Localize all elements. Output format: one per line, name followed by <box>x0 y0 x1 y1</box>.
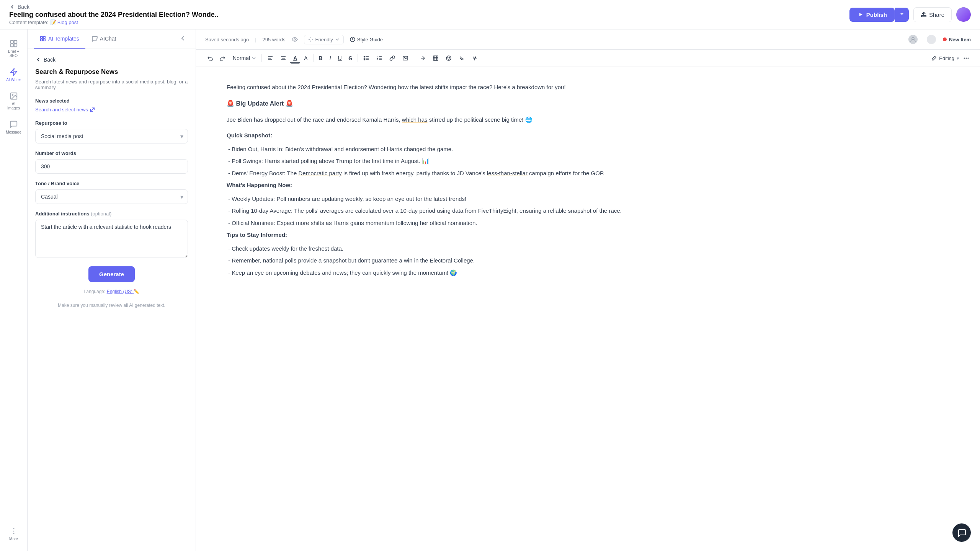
sidebar-item-ai-images[interactable]: AI Images <box>2 88 25 114</box>
panel-footer: Language: English (US) ✏️ Make sure you … <box>35 288 188 312</box>
user-avatar[interactable] <box>956 7 971 22</box>
word-count-input[interactable] <box>35 159 188 174</box>
svg-point-25 <box>446 56 451 60</box>
tips-title: Tips to Stay Informed: <box>227 230 949 240</box>
tone-select[interactable]: Casual Formal Friendly Professional <box>35 189 188 204</box>
blog-post-link[interactable]: 📝 Blog post <box>50 20 78 25</box>
svg-point-10 <box>13 531 14 532</box>
toolbar-divider-3 <box>358 54 358 62</box>
view-button[interactable] <box>292 36 298 42</box>
bullet-biden-out: - Biden Out, Harris In: Biden's withdraw… <box>227 144 949 154</box>
generate-button[interactable]: Generate <box>88 266 135 282</box>
numbered-list-button[interactable] <box>373 53 385 64</box>
svg-point-19 <box>364 56 365 57</box>
publish-button[interactable]: Publish <box>849 8 895 22</box>
link-button[interactable] <box>386 53 399 64</box>
editor-content[interactable]: Feeling confused about the 2024 Presiden… <box>196 67 980 551</box>
align-left-button[interactable] <box>264 53 276 64</box>
repurpose-select[interactable]: Social media post Blog post Summary <box>35 129 188 143</box>
collaborator-avatar-2 <box>926 34 937 45</box>
bullet-list-button[interactable] <box>360 53 372 64</box>
text-color-button[interactable]: A <box>290 53 300 64</box>
editing-caret: ▾ <box>957 55 959 61</box>
sidebar-item-brief-seo[interactable]: Brief + SEO <box>2 36 25 62</box>
repurpose-field: Repurpose to Social media post Blog post… <box>35 120 188 143</box>
editor-meta-bar: Saved seconds ago | 295 words Friendly S… <box>196 29 980 50</box>
svg-rect-3 <box>14 41 16 43</box>
svg-rect-4 <box>10 44 13 47</box>
more-button[interactable] <box>416 53 429 64</box>
publish-caret-button[interactable] <box>895 8 909 22</box>
format-select[interactable]: Normal <box>230 53 259 63</box>
page-title: Feeling confused about the 2024 Presiden… <box>9 11 219 19</box>
panel-collapse-button[interactable] <box>176 32 189 46</box>
template-description: Search latest news and repurpose into a … <box>35 79 188 90</box>
italic-button[interactable]: I <box>327 53 334 64</box>
news-selected-field: News selected Search and select news <box>35 98 188 112</box>
topbar: Back Feeling confused about the 2024 Pre… <box>0 0 980 29</box>
align-button[interactable] <box>277 53 289 64</box>
tone-button[interactable]: Friendly <box>304 35 344 44</box>
content-template-label: Content template: 📝 Blog post <box>9 20 219 25</box>
sidebar-item-message[interactable]: Message <box>2 116 25 138</box>
happening-title: What's Happening Now: <box>227 180 949 190</box>
bullet-rolling: - Rolling 10-day Average: The polls' ave… <box>227 206 949 216</box>
template-heading: Search & Repurpose News <box>35 68 188 76</box>
toolbar-divider-4 <box>414 54 414 62</box>
toolbar-divider-2 <box>313 54 314 62</box>
image-button[interactable] <box>399 53 412 64</box>
svg-rect-2 <box>10 41 13 43</box>
bullet-polls: - Poll Swings: Harris started polling ab… <box>227 156 949 166</box>
svg-point-9 <box>13 528 14 529</box>
undo-button[interactable] <box>204 53 216 64</box>
bold-button[interactable]: B <box>316 53 326 64</box>
underline-button[interactable]: U <box>335 53 345 64</box>
icon-sidebar: Brief + SEO AI Writer AI Images Message … <box>0 29 28 551</box>
editing-badge[interactable]: Editing ▾ <box>931 55 959 61</box>
language-link[interactable]: English (US) <box>107 289 134 294</box>
word-count-field: Number of words <box>35 150 188 174</box>
collaborator-avatar-1 <box>908 34 918 45</box>
style-guide-button[interactable]: Style Guide <box>350 37 383 42</box>
svg-point-28 <box>964 58 965 59</box>
instructions-field: Additional instructions (optional) Start… <box>35 211 188 259</box>
table-button[interactable] <box>430 53 442 64</box>
less-stellar-highlight: less-than-stellar <box>487 170 528 176</box>
share-button[interactable]: Share <box>913 7 952 22</box>
bullet-nominee: - Official Nominee: Expect more shifts a… <box>227 218 949 228</box>
redo-button[interactable] <box>217 53 229 64</box>
sidebar-item-ai-writer[interactable]: AI Writer <box>2 64 25 86</box>
svg-point-23 <box>404 57 405 58</box>
tab-aichat[interactable]: AIChat <box>85 29 122 49</box>
ai-button[interactable] <box>469 53 481 64</box>
saved-status: Saved seconds ago <box>205 37 249 42</box>
instructions-textarea[interactable]: Start the article with a relevant statis… <box>35 220 188 258</box>
topbar-actions: Publish Share <box>849 7 971 22</box>
left-panel: AI Templates AIChat Back Search & Repurp… <box>28 29 196 551</box>
more-options-button[interactable] <box>960 53 972 64</box>
new-item-button[interactable]: New Item <box>943 37 971 42</box>
svg-point-30 <box>968 58 969 59</box>
svg-marker-0 <box>859 13 862 16</box>
svg-point-21 <box>364 59 365 60</box>
intro-paragraph: Feeling confused about the 2024 Presiden… <box>227 82 949 92</box>
tip-2: - Remember, national polls provide a sna… <box>227 256 949 266</box>
cut-button[interactable] <box>456 53 468 64</box>
svg-point-20 <box>364 58 365 59</box>
svg-rect-14 <box>41 39 42 41</box>
highlight-button[interactable]: A <box>301 53 310 64</box>
back-button[interactable]: Back <box>9 4 219 10</box>
panel-content: Back Search & Repurpose News Search late… <box>28 49 196 551</box>
editor-area: Saved seconds ago | 295 words Friendly S… <box>196 29 980 551</box>
sidebar-item-more[interactable]: More <box>2 523 25 545</box>
svg-point-8 <box>12 94 13 95</box>
emoji-button[interactable] <box>443 53 455 64</box>
tab-ai-templates[interactable]: AI Templates <box>34 29 85 49</box>
strikethrough-button[interactable]: S <box>346 53 355 64</box>
tip-3: - Keep an eye on upcoming debates and ne… <box>227 268 949 278</box>
editor-toolbar: Normal A A B I U <box>196 50 980 67</box>
news-select-link[interactable]: Search and select news <box>35 107 188 112</box>
chat-bubble[interactable] <box>952 523 971 542</box>
svg-marker-6 <box>10 68 17 75</box>
panel-back-button[interactable]: Back <box>35 57 188 63</box>
